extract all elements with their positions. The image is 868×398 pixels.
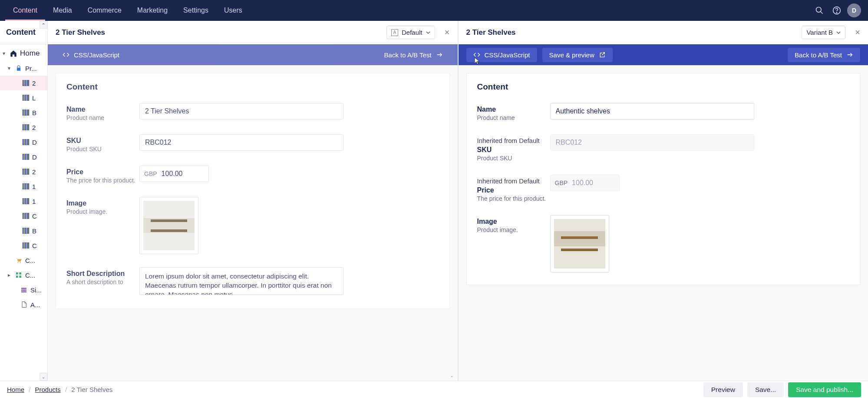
variant-selector-right[interactable]: Variant B: [802, 26, 845, 39]
nav-commerce[interactable]: Commerce: [80, 0, 129, 21]
price-value-input[interactable]: [162, 166, 209, 182]
sku-input-left[interactable]: [139, 134, 343, 151]
tree-home-label: Home: [20, 49, 40, 58]
tree-item[interactable]: C: [0, 209, 47, 223]
close-pane-right[interactable]: ×: [851, 27, 864, 39]
currency-label: GBP: [551, 179, 572, 186]
barcode-icon: [21, 228, 30, 234]
tree-item[interactable]: 2: [0, 76, 47, 90]
save-publish-button[interactable]: Save and publish...: [788, 382, 861, 397]
tree-item[interactable]: D: [0, 135, 47, 149]
tree-item[interactable]: ▸ C...: [0, 268, 47, 282]
search-icon[interactable]: [811, 2, 828, 19]
close-pane-left[interactable]: ×: [441, 27, 453, 39]
nav-settings[interactable]: Settings: [175, 0, 216, 21]
tree-item[interactable]: 1: [0, 179, 47, 194]
language-icon: A: [391, 29, 398, 36]
tree-item[interactable]: D: [0, 149, 47, 164]
preview-button[interactable]: Preview: [703, 382, 743, 397]
price-input-left[interactable]: GBP: [139, 166, 209, 182]
barcode-icon: [21, 183, 30, 189]
svg-point-0: [816, 7, 822, 13]
breadcrumb-current: 2 Tier Shelves: [71, 386, 112, 393]
pane-header-right: 2 Tier Shelves Variant B ×: [459, 21, 868, 44]
css-js-button-right[interactable]: CSS/JavaScript: [466, 48, 537, 62]
scroll-down-icon[interactable]: ⌄: [40, 373, 47, 381]
nav-marketing[interactable]: Marketing: [129, 0, 175, 21]
chevron-down-icon: [836, 30, 841, 35]
name-label: Name: [66, 106, 139, 113]
tree-item[interactable]: L: [0, 90, 47, 105]
image-thumbnail-left[interactable]: [139, 197, 198, 254]
tree-item[interactable]: B: [0, 223, 47, 238]
sidebar-title: Content ⌃: [0, 21, 47, 44]
content-card-left: Content Name Product name SKU: [56, 73, 450, 309]
user-avatar[interactable]: D: [845, 2, 863, 19]
back-ab-button-right[interactable]: Back to A/B Test: [788, 48, 860, 62]
name-label: Name: [477, 106, 550, 113]
content-card-right: Content Name Product name Inherited from…: [466, 73, 861, 285]
barcode-icon: [21, 124, 30, 130]
top-nav: Content Media Commerce Marketing Setting…: [0, 0, 868, 21]
bluebar-left: CSS/JavaScript Back to A/B Test: [48, 44, 458, 65]
tree-home[interactable]: ▾ Home: [0, 46, 47, 61]
shortdesc-input-left[interactable]: [139, 267, 343, 295]
tree-item[interactable]: 2: [0, 120, 47, 135]
name-input-left[interactable]: [139, 103, 343, 119]
nav-users[interactable]: Users: [216, 0, 250, 21]
svg-rect-9: [19, 275, 21, 278]
breadcrumb-products[interactable]: Products: [35, 386, 61, 393]
svg-rect-11: [21, 289, 26, 291]
arrow-right-icon: [436, 51, 443, 58]
field-sku-left: SKU Product SKU: [66, 134, 439, 153]
breadcrumb-home[interactable]: Home: [7, 386, 24, 393]
sku-label: SKU: [477, 146, 550, 154]
price-value-input: [572, 175, 619, 191]
barcode-icon: [21, 169, 30, 175]
tree-item-label: 1: [32, 198, 36, 205]
tree-item[interactable]: C: [0, 238, 47, 253]
svg-rect-12: [21, 291, 26, 292]
tree-item[interactable]: A...: [0, 297, 47, 312]
variant-label-left: Default: [402, 29, 422, 36]
tree-item-label: D: [32, 139, 37, 146]
avatar-initial: D: [847, 3, 861, 17]
bluebar-right: CSS/JavaScript Save & preview Back to A/…: [459, 44, 868, 65]
field-price-left: Price The price for this product. GBP: [66, 166, 439, 184]
name-sub: Product name: [66, 114, 139, 121]
arrow-right-icon: [846, 51, 853, 58]
tree-products[interactable]: ▾ Pr...: [0, 61, 47, 76]
pane-variant-b: 2 Tier Shelves Variant B × CSS/JavaScrip…: [458, 21, 868, 381]
tree-item[interactable]: C...: [0, 253, 47, 268]
tree-item[interactable]: 2: [0, 164, 47, 179]
home-icon: [9, 50, 18, 57]
doc-icon: [19, 301, 29, 308]
variant-selector-left[interactable]: A Default: [386, 26, 435, 39]
help-icon[interactable]: [828, 2, 845, 19]
tree-item-label: 1: [32, 183, 36, 190]
scroll-up-icon[interactable]: ⌃: [40, 21, 47, 29]
svg-rect-10: [21, 288, 26, 289]
tree-item[interactable]: B: [0, 105, 47, 120]
footer: Home / Products / 2 Tier Shelves Preview…: [0, 381, 868, 398]
barcode-icon: [21, 95, 30, 101]
tree-item-label: 2: [32, 168, 36, 176]
name-input-right[interactable]: [550, 103, 754, 119]
save-preview-button[interactable]: Save & preview: [542, 48, 613, 62]
image-thumbnail-right[interactable]: [550, 215, 609, 272]
pane-body-left[interactable]: Content Name Product name SKU: [48, 65, 458, 381]
barcode-icon: [21, 198, 30, 204]
price-sub: The price for this product.: [477, 195, 550, 202]
image-sub: Product image.: [66, 208, 139, 215]
tree-item[interactable]: 1: [0, 194, 47, 209]
save-button[interactable]: Save...: [747, 382, 784, 397]
image-sub: Product image.: [477, 226, 550, 233]
tree-item[interactable]: Si...: [0, 282, 47, 297]
nav-media[interactable]: Media: [45, 0, 80, 21]
lock-icon: [14, 65, 23, 71]
nav-content[interactable]: Content: [5, 0, 45, 21]
css-js-button-left[interactable]: CSS/JavaScript: [56, 48, 126, 62]
back-ab-button-left[interactable]: Back to A/B Test: [377, 48, 450, 62]
pane-body-right[interactable]: Content Name Product name Inherited from…: [459, 65, 868, 381]
barcode-icon: [21, 242, 30, 249]
